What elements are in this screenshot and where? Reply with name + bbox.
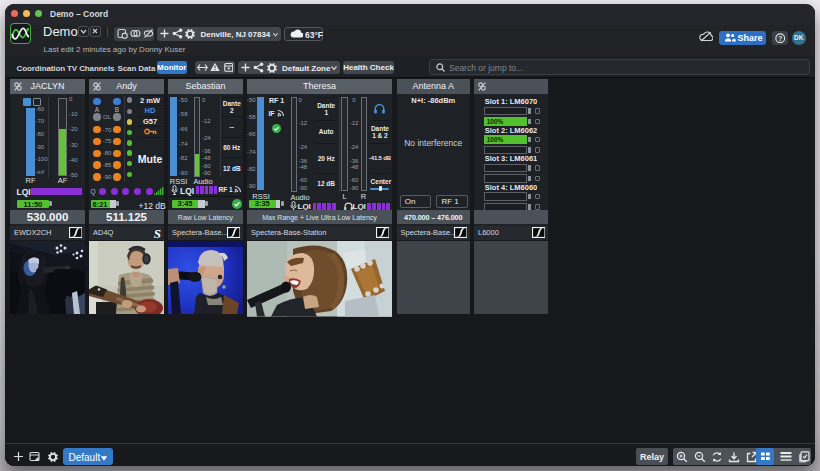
- svg-text:?: ?: [778, 34, 782, 41]
